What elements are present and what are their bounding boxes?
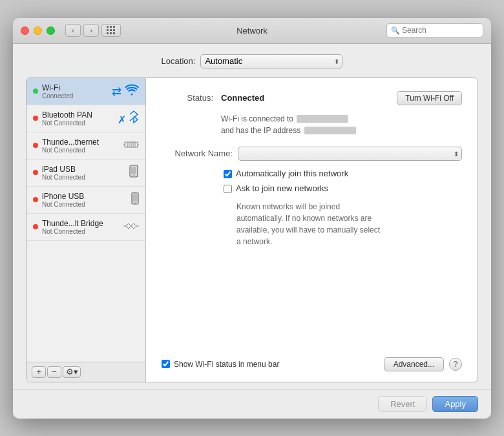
status-dot-thunderbolt-eth	[33, 143, 38, 148]
grid-button[interactable]	[101, 24, 121, 37]
network-status-thunderbolt-eth: Not Connected	[42, 147, 121, 154]
svg-point-12	[134, 203, 136, 204]
auto-join-row: Automatically join this network	[162, 169, 462, 178]
network-info-thunderbolt-bridge: Thunde...lt Bridge Not Connected	[42, 219, 121, 235]
status-dot-wifi	[33, 88, 38, 94]
network-name-thunderbolt-bridge: Thunde...lt Bridge	[42, 219, 121, 228]
location-row: Location: Automatic ⬍	[26, 54, 478, 68]
thunderbolt-bridge-icon	[123, 221, 139, 233]
network-item-wifi[interactable]: Wi-Fi Connected ⇄	[26, 78, 145, 105]
apply-button[interactable]: Apply	[432, 396, 478, 412]
gear-icon: ⚙▾	[66, 367, 78, 377]
window-title: Network	[236, 26, 268, 36]
network-status-thunderbolt-bridge: Not Connected	[42, 228, 121, 235]
forward-button[interactable]: ›	[83, 24, 99, 37]
spacer	[162, 247, 462, 352]
svg-rect-13	[134, 193, 136, 194]
status-label: Status:	[162, 93, 213, 103]
main-panel: Wi-Fi Connected ⇄	[26, 78, 478, 382]
turn-wifi-button[interactable]: Turn Wi-Fi Off	[397, 91, 462, 105]
network-item-thunderbolt-bridge[interactable]: Thunde...lt Bridge Not Connected	[26, 214, 145, 241]
svg-rect-10	[131, 167, 136, 174]
location-select-wrapper: Automatic ⬍	[200, 54, 342, 68]
svg-point-9	[133, 175, 134, 176]
status-dot-bluetooth	[33, 116, 38, 121]
network-name-bluetooth: Bluetooth PAN	[42, 110, 115, 119]
network-items-container: Wi-Fi Connected ⇄	[26, 78, 145, 362]
info-text: Known networks will be joined automatica…	[236, 202, 380, 246]
network-name-ipad: iPad USB	[42, 165, 126, 174]
network-name-label: Network Name:	[162, 149, 233, 158]
nav-buttons: ‹ ›	[65, 24, 99, 37]
status-dot-iphone	[33, 197, 38, 202]
network-item-ipad-usb[interactable]: iPad USB Not Connected	[26, 160, 145, 187]
wifi-ip-redacted	[304, 127, 356, 134]
network-info-wifi: Wi-Fi Connected	[42, 83, 109, 99]
bluetooth-icon: ✗	[118, 110, 139, 126]
remove-network-button[interactable]: −	[47, 366, 61, 378]
network-info-ipad: iPad USB Not Connected	[42, 165, 126, 181]
network-preferences-window: ‹ › Network 🔍 Location: Automatic ⬍	[13, 18, 491, 419]
status-dot-thunderbolt-bridge	[33, 224, 38, 229]
status-dot-ipad	[33, 170, 38, 175]
auto-join-checkbox[interactable]	[224, 170, 232, 178]
content-area: Location: Automatic ⬍ Wi-Fi Conne	[13, 44, 491, 389]
network-toolbar: + − ⚙▾	[26, 362, 145, 382]
tb-bridge-svg	[123, 221, 139, 231]
network-list: Wi-Fi Connected ⇄	[26, 78, 146, 382]
ethernet-svg	[123, 140, 139, 150]
status-value: Connected	[221, 93, 264, 103]
network-name-thunderbolt-eth: Thunde...thernet	[42, 138, 121, 147]
ask-join-row: Ask to join new networks	[162, 183, 462, 193]
location-select[interactable]: Automatic	[200, 54, 342, 68]
network-info-iphone: iPhone USB Not Connected	[42, 192, 129, 208]
ipad-icon	[129, 165, 139, 180]
show-wifi-label[interactable]: Show Wi-Fi status in menu bar	[174, 360, 279, 369]
search-input[interactable]	[402, 26, 479, 35]
wifi-connected-to-text: Wi-Fi is connected to	[221, 114, 293, 123]
network-info-bluetooth: Bluetooth PAN Not Connected	[42, 110, 115, 127]
minimize-button[interactable]	[34, 26, 42, 35]
detail-bottom: Show Wi-Fi status in menu bar Advanced..…	[162, 357, 462, 371]
network-status-wifi: Connected	[42, 92, 109, 99]
maximize-button[interactable]	[47, 26, 55, 35]
network-name-row: Network Name: ⬍	[162, 147, 462, 161]
network-status-ipad: Not Connected	[42, 174, 126, 181]
auto-join-label[interactable]: Automatically join this network	[236, 169, 348, 178]
back-button[interactable]: ‹	[65, 24, 81, 37]
detail-panel: Status: Connected Turn Wi-Fi Off Wi-Fi i…	[146, 78, 478, 382]
network-item-bluetooth-pan[interactable]: Bluetooth PAN Not Connected ✗	[26, 105, 145, 132]
show-wifi-row: Show Wi-Fi status in menu bar	[162, 360, 279, 369]
status-row: Status: Connected Turn Wi-Fi Off	[162, 91, 462, 105]
network-name-select[interactable]	[238, 147, 462, 161]
network-info-thunderbolt-eth: Thunde...thernet Not Connected	[42, 138, 121, 154]
title-bar: ‹ › Network 🔍	[13, 18, 491, 44]
show-wifi-checkbox[interactable]	[162, 360, 170, 368]
close-button[interactable]	[21, 26, 29, 35]
search-icon: 🔍	[391, 26, 400, 35]
add-network-button[interactable]: +	[32, 366, 46, 378]
help-button[interactable]: ?	[449, 358, 462, 371]
wifi-network-name-redacted	[297, 115, 348, 123]
revert-button[interactable]: Revert	[378, 396, 427, 412]
window-bottom-bar: Revert Apply	[13, 389, 491, 419]
gear-button[interactable]: ⚙▾	[63, 366, 81, 378]
traffic-lights	[21, 26, 55, 35]
network-name-wifi: Wi-Fi	[42, 83, 109, 92]
advanced-button[interactable]: Advanced...	[384, 357, 444, 371]
network-name-iphone: iPhone USB	[42, 192, 129, 201]
ask-join-label[interactable]: Ask to join new networks	[236, 183, 328, 193]
wifi-ip-text: and has the IP address	[221, 126, 300, 135]
info-text-block: Known networks will be joined automatica…	[162, 201, 381, 247]
ask-join-checkbox[interactable]	[224, 185, 232, 193]
search-box[interactable]: 🔍	[386, 23, 483, 37]
ipad-svg	[129, 165, 139, 178]
network-item-iphone-usb[interactable]: iPhone USB Not Connected	[26, 187, 145, 214]
wifi-svg	[125, 84, 139, 96]
bluetooth-svg	[129, 110, 139, 123]
network-item-thunderbolt-ethernet[interactable]: Thunde...thernet Not Connected	[26, 132, 145, 160]
iphone-icon	[131, 192, 139, 207]
network-status-bluetooth: Not Connected	[42, 119, 115, 127]
location-label: Location:	[162, 56, 196, 66]
iphone-svg	[131, 192, 139, 205]
